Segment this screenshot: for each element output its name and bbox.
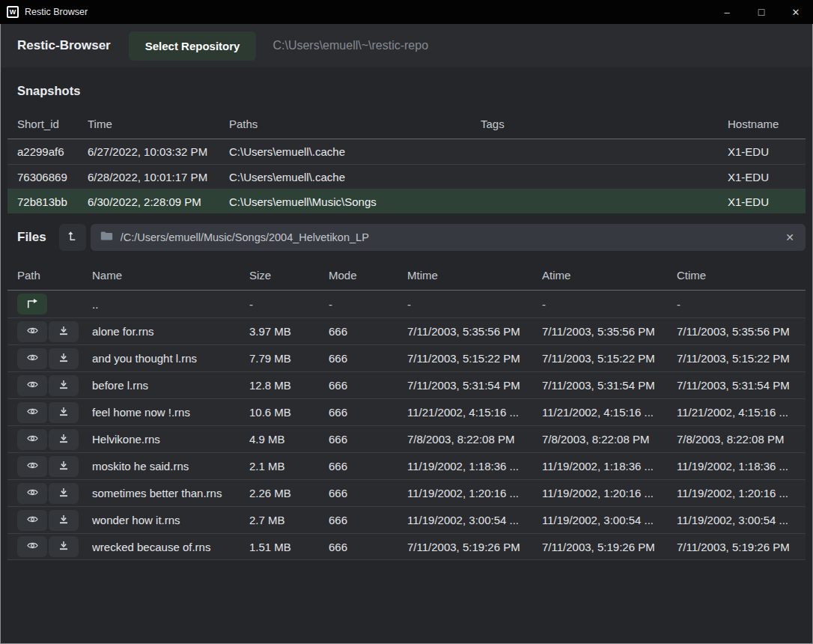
wails-logo-icon: W: [7, 6, 19, 18]
return-arrow-icon: [25, 298, 39, 311]
download-button[interactable]: [49, 375, 79, 396]
file-size: 1.51 MB: [249, 541, 329, 553]
file-size: 10.6 MB: [249, 406, 329, 419]
file-ctime: 7/11/2003, 5:19:26 PM: [677, 541, 797, 553]
preview-button[interactable]: [17, 536, 47, 557]
file-row[interactable]: wrecked because of.rns 1.51 MB 666 7/11/…: [7, 533, 806, 560]
col-paths: Paths: [229, 118, 481, 130]
maximize-icon[interactable]: □: [744, 0, 779, 24]
snapshot-hostname: X1-EDU: [728, 171, 797, 183]
download-button[interactable]: [49, 483, 79, 504]
download-icon: [58, 487, 70, 500]
file-ctime: 7/11/2003, 5:15:22 PM: [677, 352, 797, 365]
file-row[interactable]: feel home now !.rns 10.6 MB 666 11/21/20…: [7, 398, 806, 425]
download-icon: [58, 514, 70, 527]
download-button[interactable]: [49, 536, 79, 557]
file-atime: 7/11/2003, 5:35:56 PM: [542, 325, 677, 338]
select-repository-button[interactable]: Select Repository: [129, 31, 257, 61]
file-atime: 11/19/2002, 3:00:54 ...: [542, 514, 677, 526]
preview-button[interactable]: [17, 402, 47, 423]
snapshot-hostname: X1-EDU: [728, 145, 797, 158]
col-hostname: Hostname: [728, 118, 797, 130]
file-atime: -: [542, 298, 677, 311]
file-row[interactable]: before l.rns 12.8 MB 666 7/11/2003, 5:31…: [7, 371, 806, 398]
snapshot-row[interactable]: a2299af6 6/27/2022, 10:03:32 PM C:\Users…: [7, 139, 806, 164]
col-mtime: Mtime: [407, 269, 542, 282]
preview-button[interactable]: [17, 510, 47, 531]
file-size: 2.26 MB: [249, 487, 329, 499]
file-atime: 11/21/2002, 4:15:16 ...: [542, 406, 677, 419]
snapshots-heading: Snapshots: [7, 84, 806, 98]
preview-button[interactable]: [17, 429, 47, 450]
preview-button[interactable]: [17, 321, 47, 342]
download-button[interactable]: [49, 348, 79, 369]
up-level-icon: [66, 230, 79, 245]
snapshot-short-id: a2299af6: [17, 145, 88, 158]
current-path-text: /C:/Users/emuell/Music/Songs/2004_Helvet…: [121, 231, 785, 243]
close-icon[interactable]: ✕: [779, 0, 813, 24]
file-size: 2.1 MB: [249, 460, 329, 473]
col-short-id: Short_id: [17, 118, 88, 130]
file-mode: 666: [329, 352, 407, 365]
eye-icon: [25, 487, 40, 500]
eye-icon: [25, 325, 40, 338]
preview-button[interactable]: [17, 456, 47, 477]
file-name: and you thought l.rns: [92, 352, 249, 365]
eye-icon: [25, 433, 40, 446]
file-row[interactable]: sometimes better than.rns 2.26 MB 666 11…: [7, 479, 806, 506]
preview-button[interactable]: [17, 375, 47, 396]
title-bar: W Restic Browser – □ ✕: [0, 0, 813, 24]
file-mode: 666: [329, 541, 407, 553]
snapshot-row[interactable]: 76306869 6/28/2022, 10:01:17 PM C:\Users…: [7, 164, 806, 189]
file-atime: 11/19/2002, 1:18:36 ...: [542, 460, 677, 473]
download-icon: [58, 433, 70, 446]
col-tags: Tags: [481, 118, 728, 130]
up-level-button[interactable]: [59, 224, 86, 251]
file-name: moskito he said.rns: [92, 460, 249, 473]
file-mode: -: [329, 298, 407, 311]
repository-path: C:\Users\emuell\~\restic-repo: [272, 39, 428, 52]
minimize-icon[interactable]: –: [710, 0, 744, 24]
parent-directory-row[interactable]: .. - - - - -: [7, 291, 806, 318]
file-row[interactable]: and you thought l.rns 7.79 MB 666 7/11/2…: [7, 344, 806, 371]
file-mtime: 11/19/2002, 1:20:16 ...: [407, 487, 542, 499]
file-row[interactable]: Helvikone.rns 4.9 MB 666 7/8/2003, 8:22:…: [7, 425, 806, 452]
download-button[interactable]: [49, 402, 79, 423]
file-name: Helvikone.rns: [92, 433, 249, 446]
download-button[interactable]: [49, 510, 79, 531]
download-button[interactable]: [49, 429, 79, 450]
file-name: alone for.rns: [92, 325, 249, 338]
col-atime: Atime: [542, 269, 677, 282]
download-button[interactable]: [49, 321, 79, 342]
download-icon: [58, 379, 70, 392]
col-ctime: Ctime: [677, 269, 797, 282]
file-name: sometimes better than.rns: [92, 487, 249, 499]
file-mode: 666: [329, 460, 407, 473]
col-time: Time: [88, 118, 229, 130]
file-mtime: 7/11/2003, 5:31:54 PM: [407, 379, 542, 392]
file-size: -: [249, 298, 329, 311]
go-parent-button[interactable]: [17, 294, 47, 315]
file-row[interactable]: wonder how it.rns 2.7 MB 666 11/19/2002,…: [7, 506, 806, 533]
current-path-input[interactable]: /C:/Users/emuell/Music/Songs/2004_Helvet…: [91, 224, 806, 251]
preview-button[interactable]: [17, 483, 47, 504]
file-row[interactable]: moskito he said.rns 2.1 MB 666 11/19/200…: [7, 452, 806, 479]
file-atime: 7/11/2003, 5:19:26 PM: [542, 541, 677, 553]
download-button[interactable]: [49, 456, 79, 477]
download-icon: [58, 460, 70, 473]
snapshot-row-selected[interactable]: 72b813bb 6/30/2022, 2:28:09 PM C:\Users\…: [7, 189, 806, 213]
file-ctime: 11/19/2002, 1:20:16 ...: [677, 487, 797, 499]
eye-icon: [25, 406, 40, 419]
snapshot-time: 6/28/2022, 10:01:17 PM: [88, 171, 229, 183]
col-name: Name: [92, 269, 249, 282]
file-mode: 666: [329, 406, 407, 419]
clear-path-icon[interactable]: ✕: [784, 231, 796, 243]
preview-button[interactable]: [17, 348, 47, 369]
eye-icon: [25, 460, 40, 473]
file-atime: 7/11/2003, 5:15:22 PM: [542, 352, 677, 365]
snapshot-time: 6/27/2022, 10:03:32 PM: [88, 145, 229, 158]
file-mode: 666: [329, 379, 407, 392]
download-icon: [58, 406, 70, 419]
file-row[interactable]: alone for.rns 3.97 MB 666 7/11/2003, 5:3…: [7, 318, 806, 344]
download-icon: [58, 352, 70, 365]
